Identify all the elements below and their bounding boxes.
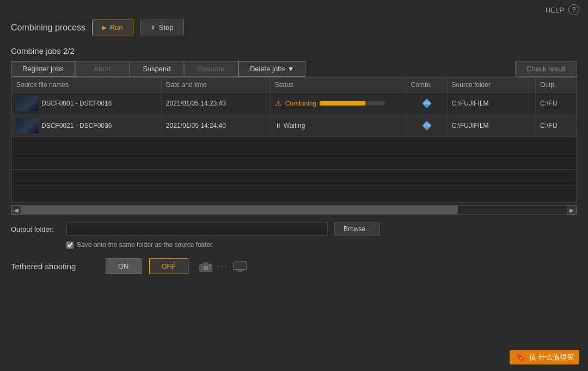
help-text: HELP [546,6,564,14]
table-header-row: Source file names Date and time Status C… [12,78,577,92]
toolbar: Register jobs Abort Suspend Resume Delet… [11,61,577,77]
run-label: Run [110,23,123,32]
tethered-on-button[interactable]: ON [106,258,142,274]
combining-diamond-icon [422,121,431,130]
datetime-cell: 2021/01/05 14:23:43 [161,92,270,115]
tethered-off-button[interactable]: OFF [149,258,188,274]
jobs-header: Combine jobs 2/2 [11,46,577,55]
horizontal-scrollbar[interactable]: ◀ ▶ [11,205,577,215]
watermark-text: 值 什么值得买 [529,353,574,362]
scroll-thumb[interactable] [21,206,458,214]
status-text: Waiting [284,122,305,129]
col-combining: Combi. [406,78,447,92]
browse-button[interactable]: Browse... [334,222,380,236]
datetime-cell: 2021/01/05 14:24:40 [161,115,270,137]
run-icon: ▶ [102,24,107,30]
source-filename: DSCF0021 - DSCF0036 [41,122,112,129]
thumbnail [16,96,38,111]
jobs-table: Source file names Date and time Status C… [11,77,577,202]
col-status: Status [270,78,406,92]
dots-icon: ··· [218,262,228,271]
progress-fill [320,101,365,106]
check-result-button[interactable]: Check result [515,61,577,77]
empty-row [12,170,577,186]
jobs-table-wrapper: Source file names Date and time Status C… [11,77,577,203]
tethered-section: Tethered shooting ON OFF ··· [11,258,577,274]
save-same-folder-checkbox[interactable] [66,242,74,249]
suspend-button[interactable]: Suspend [130,61,184,77]
stop-icon: ⏸ [150,24,156,30]
stop-button[interactable]: ⏸ Stop [140,20,184,35]
delete-jobs-button[interactable]: Delete jobs ▼ [238,61,306,77]
process-label: Combining process [11,23,85,33]
empty-row [12,186,577,202]
abort-button[interactable]: Abort [75,61,130,77]
output-cell: C:\FU [535,92,576,115]
top-bar: HELP ? [0,0,588,20]
output-cell: C:\FU [535,115,576,137]
output-section: Output folder: Browse... [11,222,577,236]
stop-label: Stop [159,23,174,32]
svg-point-3 [204,267,207,269]
source-cell: DSCF0021 - DSCF0036 [12,115,162,137]
thumbnail [16,118,38,133]
output-label: Output folder: [11,225,60,233]
source-folder-cell: C:\FUJIFILM [447,92,535,115]
jobs-count: 2/2 [63,46,75,55]
checkbox-label: Save onto the same folder as the source … [77,241,213,249]
checkbox-area: Save onto the same folder as the source … [66,241,577,249]
main-content: Combining process ▶ Run ⏸ Stop Combine j… [0,20,588,274]
combining-cell [406,92,447,115]
watermark: 🔖 值 什么值得买 [510,350,579,364]
tethered-label: Tethered shooting [11,262,98,271]
svg-rect-6 [234,262,246,269]
svg-rect-7 [238,270,242,271]
source-filename: DSCF0001 - DSCF0016 [41,100,112,107]
source-cell: DSCF0001 - DSCF0016 [12,92,162,115]
combining-diamond-icon [422,99,431,108]
status-cell: ⚠ Combining [270,92,406,115]
status-text: Combining [285,100,316,107]
progress-bar [320,101,385,106]
tethered-icons: ··· [198,261,248,273]
col-source: Source file names [12,78,162,92]
svg-rect-4 [209,265,211,266]
register-jobs-button[interactable]: Register jobs [11,61,75,77]
camera-icon [198,261,213,273]
table-row: DSCF0001 - DSCF0016 2021/01/05 14:23:43 … [12,92,577,115]
col-output: Outp. [535,78,576,92]
help-button[interactable]: ? [568,4,579,15]
table-row: DSCF0021 - DSCF0036 2021/01/05 14:24:40 … [12,115,577,137]
pause-icon: ⏸ [275,122,281,129]
status-cell: ⏸ Waiting [270,115,406,137]
scroll-track[interactable] [21,206,567,214]
empty-row [12,153,577,170]
output-input[interactable] [66,222,328,236]
svg-rect-8 [237,271,243,272]
combining-cell [406,115,447,137]
scroll-right-arrow[interactable]: ▶ [567,205,577,215]
warning-icon: ⚠ [275,99,282,108]
run-button[interactable]: ▶ Run [92,20,133,35]
resume-button[interactable]: Resume [184,61,238,77]
watermark-icon: 🔖 [515,352,526,362]
source-folder-cell: C:\FUJIFILM [447,115,535,137]
jobs-title: Combine jobs [11,46,61,55]
scroll-left-arrow[interactable]: ◀ [11,205,21,215]
process-bar: Combining process ▶ Run ⏸ Stop [11,20,577,35]
empty-row [12,137,577,153]
col-datetime: Date and time [161,78,270,92]
monitor-icon [232,261,248,273]
svg-rect-1 [203,262,209,264]
col-source-folder: Source folder [447,78,535,92]
